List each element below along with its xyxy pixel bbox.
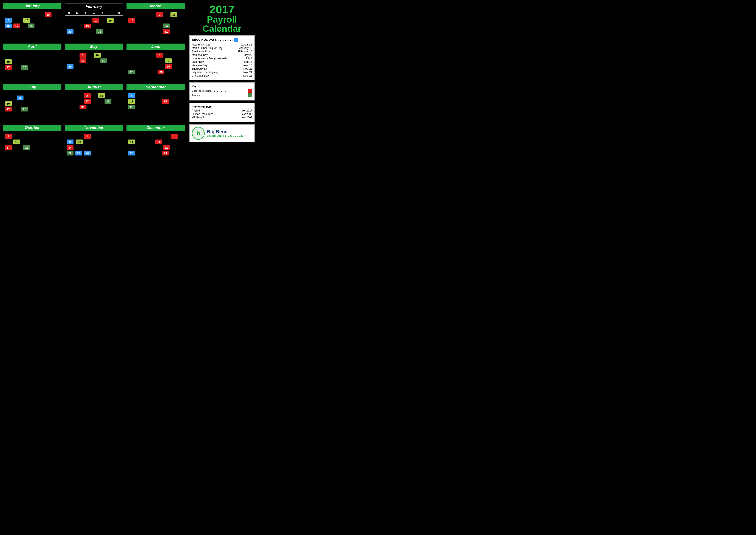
date-row: 17 25	[67, 99, 122, 104]
october-dates: 2 10 17 25	[3, 132, 62, 152]
date-row: 9 10	[67, 140, 122, 144]
december-block: December 1 11 14 22 25 29	[126, 124, 186, 163]
date-row: 1	[67, 134, 122, 139]
date-box: 14	[155, 140, 162, 144]
date-box: 22	[163, 145, 170, 150]
date-row: 10	[5, 140, 60, 144]
date-row: 16 25	[67, 58, 122, 63]
logo-name-line2: COMMUNITY COLLEGE	[207, 134, 243, 137]
april-header: April	[3, 43, 62, 50]
phone-item: HR-Benefitsext.2009	[192, 116, 252, 119]
august-dates: 2 10 17 25 31	[65, 92, 123, 111]
date-box: 17	[5, 145, 12, 150]
date-box: 25	[104, 99, 111, 104]
holiday-item: New Year's DayJanuary 2	[192, 43, 252, 46]
january-block: January 30 2 10 16 17 25	[2, 2, 62, 41]
holidays-title: BBCC HOLIDAYS. . . . . . . . . .	[192, 38, 252, 42]
date-box: 9	[165, 58, 172, 63]
holiday-date: Nov. 23	[244, 67, 252, 70]
date-box: 29	[162, 151, 169, 155]
holiday-item: Labor DaySept. 4	[192, 60, 252, 63]
date-box: 17	[5, 65, 12, 70]
date-row: 2 10	[5, 18, 60, 23]
date-row: 16	[128, 64, 183, 69]
may-block: May 2 10 16 25 29	[64, 43, 124, 81]
holiday-name: Independence Day (observed)	[192, 57, 227, 60]
holiday-name: President's Day	[192, 50, 210, 53]
holiday-date: January 2	[241, 43, 252, 46]
logo-text: Big Bend COMMUNITY COLLEGE	[207, 129, 243, 137]
date-box: 4	[16, 96, 23, 100]
date-box: 22	[67, 151, 73, 155]
january-dates: 30 2 10 16 17 25	[3, 11, 62, 30]
date-box: 16	[165, 64, 172, 69]
date-box: 25	[128, 104, 135, 109]
february-dates: 2 10 15 20 24	[65, 16, 123, 36]
date-row: 16 17 25	[5, 23, 60, 28]
date-box: 17	[14, 23, 20, 28]
date-row: 10	[5, 101, 60, 106]
date-box: 10	[76, 140, 83, 144]
date-box: 2	[5, 134, 12, 139]
date-box: 20	[67, 29, 73, 34]
holiday-date: January 16	[239, 46, 252, 50]
june-block: June 1 9 16 26 30	[126, 43, 186, 81]
date-row: 2 10	[67, 18, 122, 23]
november-dates: 1 9 10 14 22 23 24	[65, 132, 123, 157]
holiday-name: New Year's Day	[192, 43, 210, 46]
holiday-item: Martin Luther King, Jr. DayJanuary 16	[192, 46, 252, 50]
date-row: 24	[128, 23, 183, 28]
holiday-name: Veterans Day	[192, 64, 207, 67]
september-header: September	[126, 84, 185, 90]
date-row: 1	[128, 134, 183, 139]
date-row: 20 24	[67, 29, 122, 34]
date-row: 25 29	[128, 151, 183, 155]
holiday-name: Day After Thanksgiving	[192, 71, 218, 74]
date-box: 24	[96, 29, 103, 34]
july-header: July	[3, 84, 62, 90]
date-box: 10	[107, 18, 114, 23]
date-row: 25	[128, 104, 183, 109]
september-block: September 4 11 15 25	[126, 83, 186, 122]
december-dates: 1 11 14 22 25 29	[126, 132, 185, 157]
date-box: 17	[84, 99, 91, 104]
date-row: 17 25	[5, 145, 60, 150]
date-box: 10	[94, 53, 101, 58]
phone-label: Payroll	[192, 109, 200, 112]
date-box: 10	[98, 93, 105, 98]
date-box: 2	[5, 18, 12, 23]
date-box: 31	[80, 104, 86, 109]
year-title: 2017	[189, 4, 255, 15]
holiday-item: Christmas DayDec. 25	[192, 74, 252, 77]
date-box: 16	[128, 18, 135, 23]
date-box: 1	[156, 53, 163, 58]
date-box: 1	[84, 134, 91, 139]
feb-days-row: S M T W T F S	[65, 12, 123, 15]
holiday-item: ThanksgivingNov. 23	[192, 67, 252, 70]
date-box: 15	[84, 24, 91, 28]
december-header: December	[126, 125, 185, 131]
july-dates: 4 10 17 25	[3, 92, 62, 113]
date-row: 2 10	[67, 53, 122, 58]
november-block: November 1 9 10 14 22 23 24	[64, 124, 124, 163]
payroll-title: Payroll	[189, 15, 255, 24]
date-row: 1	[128, 53, 183, 58]
november-header: November	[65, 125, 123, 131]
phone-label: HR-Benefits	[192, 116, 206, 119]
date-box: 25	[21, 65, 28, 70]
holiday-date: Nov. 24	[244, 71, 252, 74]
date-box: 25	[128, 151, 135, 155]
october-header: October	[3, 125, 62, 131]
march-block: March 2 10 16 24 31	[126, 2, 186, 41]
date-row: 9	[128, 58, 183, 63]
august-header: August	[65, 84, 123, 90]
holiday-date: Nov. 10	[244, 64, 252, 67]
date-row: 2	[5, 134, 60, 139]
june-header: June	[126, 43, 185, 50]
date-row: 4	[5, 96, 60, 100]
date-box: 25	[28, 23, 35, 28]
date-box: 30	[44, 12, 51, 17]
date-box: 14	[67, 145, 73, 150]
holiday-name: Memorial Day	[192, 53, 208, 56]
date-box: 16	[80, 58, 86, 63]
